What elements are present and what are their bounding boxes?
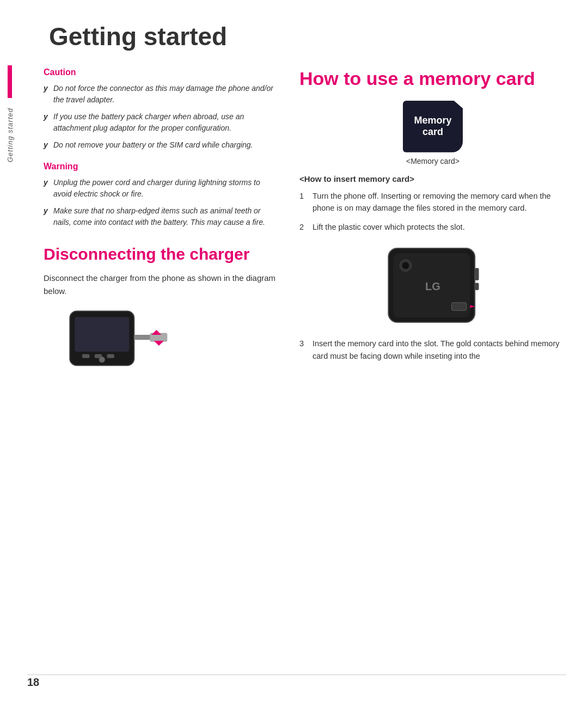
- phone-back-diagram-svg: LG: [378, 242, 487, 329]
- svg-rect-16: [452, 303, 467, 311]
- memory-card-caption: <Memory card>: [406, 157, 460, 165]
- memory-section-title: How to use a memory card: [299, 68, 566, 90]
- sidebar: Getting started: [0, 65, 20, 283]
- memory-card-visual: Memory card <Memory card>: [299, 101, 566, 165]
- page-title: Getting started: [44, 22, 566, 51]
- page-number: 18: [27, 676, 39, 689]
- charger-diagram-svg: [60, 305, 169, 376]
- phone-diagram: [60, 305, 169, 376]
- bottom-divider: [27, 675, 566, 675]
- svg-rect-5: [107, 354, 114, 358]
- svg-rect-18: [475, 268, 479, 280]
- sidebar-label: Getting started: [6, 108, 14, 162]
- insert-header: <How to insert memory card>: [299, 174, 566, 183]
- caution-list: Do not force the connector as this may d…: [44, 83, 278, 151]
- memory-card-inner-text: Memory card: [414, 115, 451, 138]
- memory-card-image: Memory card: [403, 101, 463, 152]
- svg-marker-10: [154, 341, 164, 346]
- svg-rect-1: [75, 317, 129, 352]
- steps-list: 1 Turn the phone off. Inserting or remov…: [299, 190, 566, 233]
- list-item: Unplug the power cord and charger during…: [44, 177, 278, 200]
- warning-section: Warning Unplug the power cord and charge…: [44, 162, 278, 228]
- disconnect-body: Disconnect the charger from the phone as…: [44, 272, 278, 298]
- content-columns: Caution Do not force the connector as th…: [44, 68, 566, 376]
- left-column: Caution Do not force the connector as th…: [44, 68, 278, 376]
- list-item: 1 Turn the phone off. Inserting or remov…: [299, 190, 566, 214]
- list-item: Do not force the connector as this may d…: [44, 83, 278, 106]
- steps-list-2: 3 Insert the memory card into the slot. …: [299, 338, 566, 362]
- main-content: Getting started Caution Do not force the…: [27, 0, 588, 398]
- svg-rect-19: [475, 283, 479, 291]
- svg-rect-6: [134, 335, 151, 340]
- disconnect-section: Disconnecting the charger Disconnect the…: [44, 244, 278, 376]
- list-item: 3 Insert the memory card into the slot. …: [299, 338, 566, 362]
- right-column: How to use a memory card Memory card <Me…: [299, 68, 566, 376]
- warning-list: Unplug the power cord and charger during…: [44, 177, 278, 228]
- list-item: If you use the battery pack charger when…: [44, 111, 278, 134]
- caution-header: Caution: [44, 68, 278, 77]
- list-item: Make sure that no sharp-edged items such…: [44, 205, 278, 228]
- list-item: Do not remove your battery or the SIM ca…: [44, 139, 278, 151]
- disconnect-title: Disconnecting the charger: [44, 244, 278, 264]
- warning-header: Warning: [44, 162, 278, 171]
- sidebar-accent-bar: [8, 65, 12, 98]
- svg-text:LG: LG: [425, 280, 440, 292]
- list-item: 2 Lift the plastic cover which protects …: [299, 221, 566, 233]
- svg-rect-3: [82, 354, 90, 358]
- svg-point-14: [402, 262, 409, 269]
- svg-marker-9: [151, 330, 161, 335]
- svg-rect-4: [95, 354, 102, 358]
- caution-section: Caution Do not force the connector as th…: [44, 68, 278, 151]
